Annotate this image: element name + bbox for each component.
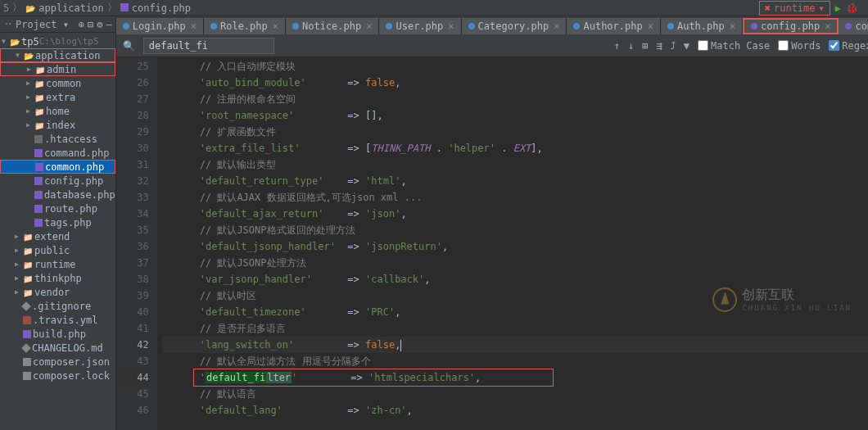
close-icon[interactable]: × [648,20,653,32]
code-line: // 默认JSONP处理方法 [162,255,868,271]
file-type-icon [573,23,580,29]
file-type-icon [123,23,129,29]
editor-tabs[interactable]: Login.php×Role.php×Notice.php×User.php×C… [116,16,868,34]
hide-icon[interactable]: — [106,19,111,30]
file-type-icon [210,23,217,29]
tree-item[interactable]: ▶common [0,76,115,90]
line-gutter: 2526272829303132333435363738394041424344… [116,57,157,430]
editor-tab[interactable]: Notice.php× [286,18,379,34]
bc-file[interactable]: config.php [132,2,191,14]
close-icon[interactable]: × [191,20,197,32]
code-line: 'var_jsonp_handler' => 'callback', [162,271,868,287]
editor-tab[interactable]: common.php× [839,18,868,34]
editor-tab[interactable]: Auth.php× [661,18,743,34]
regex-checkbox[interactable]: Regex [829,40,868,52]
tree-item[interactable]: ▶extra [0,90,115,104]
tree-item[interactable]: ▶thinkphp [0,271,115,285]
editor-tab[interactable]: User.php× [379,18,461,34]
debug-button[interactable]: 🐞 [846,2,858,14]
filter-icon[interactable]: ▼ [684,40,689,52]
tree-item[interactable]: command.php [0,146,115,160]
tree-item[interactable]: .htaccess [0,132,115,146]
bc-prefix: 5 [3,2,9,14]
code-area[interactable]: 2526272829303132333435363738394041424344… [116,57,868,430]
code-line: 'root_namespace' => [], [162,107,868,124]
tree-item[interactable]: CHANGELOG.md [0,341,115,355]
tree-item[interactable]: route.php [0,201,115,215]
code-line: 'extra_file_list' => [THINK_PATH . 'help… [162,140,868,156]
code-line: 'default_lang' => 'zh-cn', [162,402,868,419]
bc-sep-icon: 〉 [12,1,22,15]
tree-item[interactable]: ▶vendor [0,285,115,299]
gear-icon[interactable]: ⚙ [97,19,102,30]
editor-tab[interactable]: Category.php× [462,18,567,34]
export-button[interactable]: ⤴ [671,40,676,52]
run-config-selector[interactable]: ✖ runtime ▾ [759,1,830,16]
tree-item[interactable]: database.php [0,188,115,201]
code-line: 'lang_switch_on' => false, [162,337,868,353]
close-icon[interactable]: × [366,20,372,32]
code-line: 'default_jsonp_handler' => 'jsonpReturn'… [162,238,868,255]
editor-tab[interactable]: Role.php× [204,18,286,34]
code-line: // 默认全局过滤方法 用逗号分隔多个 [162,353,868,369]
prev-match-button[interactable]: ↑ [614,40,620,52]
file-type-icon [751,23,757,29]
project-header: : Project ▾ ⊕ ⊟ ⚙ — [0,16,115,33]
code-line: 'default_ajax_return' => 'json', [162,206,868,222]
bc-sep-icon: 〉 [107,1,117,15]
add-selection-button[interactable]: ⊞ [642,40,648,52]
tree-item[interactable]: config.php [0,174,115,188]
tree-item[interactable]: ▶admin [0,62,115,76]
file-type-icon [468,23,475,29]
collapse-icon[interactable]: ⊕ [79,19,84,30]
code-line: 'default_return_type' => 'html', [162,173,868,189]
tree-root[interactable]: ▼tp5 C:\blog\tp5 [0,34,115,48]
tree-item[interactable]: ▶extend [0,229,115,243]
select-all-button[interactable]: ⇶ [657,40,662,52]
editor-tab[interactable]: Login.php× [116,18,204,34]
code-line: 'auto_bind_module' => false, [162,75,868,91]
editor-tab[interactable]: Author.php× [567,18,660,34]
code-content[interactable]: // 入口自动绑定模块'auto_bind_module' => false,/… [157,57,868,430]
tree-item[interactable]: build.php [0,327,115,341]
match-case-checkbox[interactable]: Match Case [698,40,770,52]
close-icon[interactable]: × [554,20,559,32]
search-icon: 🔍 [123,40,135,52]
tree-item[interactable]: ▶index [0,118,115,132]
scroll-icon[interactable]: ⊟ [88,19,93,30]
top-toolbar: 5 〉 application 〉 config.php ✖ runtime ▾… [0,0,868,16]
tree-item[interactable]: composer.lock [0,369,115,382]
next-match-button[interactable]: ↓ [628,40,634,52]
tree-item[interactable]: ▶public [0,243,115,257]
run-button[interactable]: ▶ [835,2,841,14]
breadcrumb: 5 〉 application 〉 config.php [3,1,759,15]
project-dropdown[interactable]: Project ▾ [16,19,69,30]
tree-item[interactable]: common.php [0,160,115,174]
project-tree[interactable]: ▼tp5 C:\blog\tp5▼application▶admin▶commo… [0,33,115,430]
words-checkbox[interactable]: Words [778,40,821,52]
file-type-icon [845,23,852,29]
tree-item[interactable]: .travis.yml [0,313,115,327]
file-type-icon [667,23,674,29]
bc-folder[interactable]: application [38,2,103,14]
tree-item[interactable]: ▼application [0,48,115,62]
search-input[interactable] [143,38,274,54]
code-line: // 默认JSONP格式返回的处理方法 [162,222,868,238]
tree-item[interactable]: ▶home [0,104,115,118]
editor-tab[interactable]: config.php× [743,18,839,34]
close-icon[interactable]: × [825,20,830,32]
folder-icon [25,2,37,14]
close-icon[interactable]: × [448,20,454,32]
tree-item[interactable]: composer.json [0,355,115,369]
tree-item[interactable]: tags.php [0,215,115,229]
close-icon[interactable]: × [730,20,735,32]
project-tab-icon: : [3,21,12,26]
project-sidebar: : Project ▾ ⊕ ⊟ ⚙ — ▼tp5 C:\blog\tp5▼app… [0,16,116,430]
warning-icon: ✖ [765,2,771,14]
find-bar: 🔍 ↑ ↓ ⊞ ⇶ ⤴ ▼ Match Case Words Regex 1 个… [116,34,868,57]
code-line: // 是否开启多语言 [162,320,868,337]
tree-item[interactable]: ▶runtime [0,257,115,271]
run-controls: ✖ runtime ▾ ▶ 🐞 [759,1,865,16]
tree-item[interactable]: .gitignore [0,299,115,313]
close-icon[interactable]: × [273,20,278,32]
